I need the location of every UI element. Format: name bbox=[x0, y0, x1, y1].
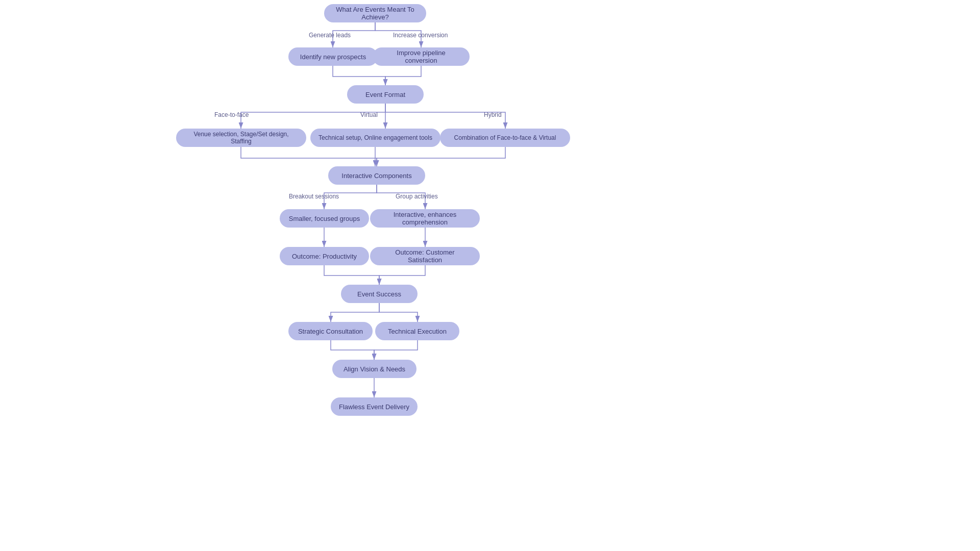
label-generate: Generate leads bbox=[309, 32, 351, 39]
label-virtual: Virtual bbox=[360, 111, 378, 118]
label-breakout: Breakout sessions bbox=[289, 193, 339, 200]
node-satisfaction: Outcome: Customer Satisfaction bbox=[370, 247, 480, 265]
node-format: Event Format bbox=[347, 85, 424, 104]
label-hybrid: Hybrid bbox=[484, 111, 502, 118]
node-interactive-enhances: Interactive, enhances comprehension bbox=[370, 209, 480, 228]
node-combination: Combination of Face-to-face & Virtual bbox=[440, 129, 570, 147]
label-group: Group activities bbox=[396, 193, 438, 200]
label-increase: Increase conversion bbox=[393, 32, 448, 39]
node-venue: Venue selection, Stage/Set design, Staff… bbox=[176, 129, 306, 147]
node-interactive-components: Interactive Components bbox=[328, 166, 425, 185]
node-event-success: Event Success bbox=[341, 285, 418, 303]
node-identify: Identify new prospects bbox=[288, 47, 378, 66]
node-improve: Improve pipeline conversion bbox=[373, 47, 470, 66]
node-technical-setup: Technical setup, Online engagement tools bbox=[310, 129, 440, 147]
node-smaller-groups: Smaller, focused groups bbox=[280, 209, 369, 228]
node-root: What Are Events Meant To Achieve? bbox=[324, 4, 426, 22]
node-strategic-consultation: Strategic Consultation bbox=[288, 322, 373, 340]
node-productivity: Outcome: Productivity bbox=[280, 247, 369, 265]
node-flawless-delivery: Flawless Event Delivery bbox=[331, 397, 418, 416]
diagram-container: What Are Events Meant To Achieve? Genera… bbox=[0, 0, 980, 551]
node-technical-execution: Technical Execution bbox=[375, 322, 459, 340]
arrows-svg bbox=[0, 0, 980, 551]
node-align-vision: Align Vision & Needs bbox=[332, 360, 416, 378]
label-face: Face-to-face bbox=[214, 111, 249, 118]
